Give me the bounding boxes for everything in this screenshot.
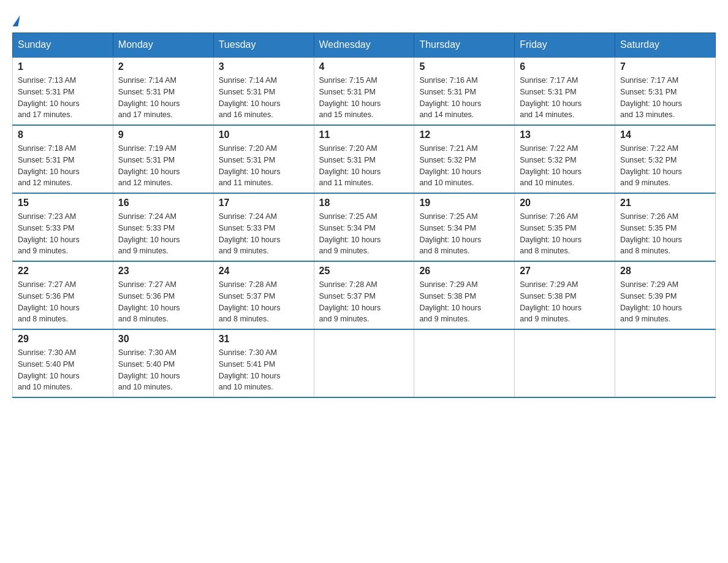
day-number: 27 [520, 266, 610, 277]
calendar-table: SundayMondayTuesdayWednesdayThursdayFrid… [12, 33, 716, 398]
calendar-week-row: 8Sunrise: 7:18 AMSunset: 5:31 PMDaylight… [13, 125, 716, 193]
day-info: Sunrise: 7:21 AMSunset: 5:32 PMDaylight:… [419, 143, 509, 189]
calendar-cell: 23Sunrise: 7:27 AMSunset: 5:36 PMDayligh… [113, 261, 213, 329]
day-number: 13 [520, 129, 610, 140]
day-number: 17 [219, 197, 309, 209]
calendar-header-saturday: Saturday [615, 33, 716, 58]
calendar-cell: 25Sunrise: 7:28 AMSunset: 5:37 PMDayligh… [314, 261, 414, 329]
calendar-header-friday: Friday [515, 33, 615, 58]
day-info: Sunrise: 7:30 AMSunset: 5:40 PMDaylight:… [118, 347, 208, 393]
calendar-cell [414, 329, 515, 397]
day-number: 28 [620, 266, 710, 277]
day-info: Sunrise: 7:14 AMSunset: 5:31 PMDaylight:… [219, 75, 309, 121]
day-info: Sunrise: 7:22 AMSunset: 5:32 PMDaylight:… [620, 143, 710, 189]
calendar-cell: 29Sunrise: 7:30 AMSunset: 5:40 PMDayligh… [13, 329, 113, 397]
day-info: Sunrise: 7:17 AMSunset: 5:31 PMDaylight:… [520, 75, 610, 121]
day-number: 2 [118, 61, 208, 72]
calendar-week-row: 29Sunrise: 7:30 AMSunset: 5:40 PMDayligh… [13, 329, 716, 397]
day-info: Sunrise: 7:15 AMSunset: 5:31 PMDaylight:… [319, 75, 409, 121]
calendar-cell: 6Sunrise: 7:17 AMSunset: 5:31 PMDaylight… [515, 57, 615, 125]
day-info: Sunrise: 7:25 AMSunset: 5:34 PMDaylight:… [319, 211, 409, 257]
day-info: Sunrise: 7:25 AMSunset: 5:34 PMDaylight:… [419, 211, 509, 257]
day-number: 24 [219, 266, 309, 277]
calendar-week-row: 15Sunrise: 7:23 AMSunset: 5:33 PMDayligh… [13, 193, 716, 261]
day-number: 20 [520, 197, 610, 209]
day-number: 16 [118, 197, 208, 209]
calendar-cell [515, 329, 615, 397]
calendar-header-wednesday: Wednesday [314, 33, 414, 58]
calendar-cell: 2Sunrise: 7:14 AMSunset: 5:31 PMDaylight… [113, 57, 213, 125]
calendar-cell: 22Sunrise: 7:27 AMSunset: 5:36 PMDayligh… [13, 261, 113, 329]
day-number: 7 [620, 61, 710, 72]
day-info: Sunrise: 7:29 AMSunset: 5:39 PMDaylight:… [620, 279, 710, 325]
day-info: Sunrise: 7:19 AMSunset: 5:31 PMDaylight:… [118, 143, 208, 189]
day-info: Sunrise: 7:26 AMSunset: 5:35 PMDaylight:… [520, 211, 610, 257]
calendar-header-row: SundayMondayTuesdayWednesdayThursdayFrid… [13, 33, 716, 58]
day-info: Sunrise: 7:20 AMSunset: 5:31 PMDaylight:… [319, 143, 409, 189]
calendar-header-thursday: Thursday [414, 33, 515, 58]
day-info: Sunrise: 7:20 AMSunset: 5:31 PMDaylight:… [219, 143, 309, 189]
page-header [12, 12, 716, 26]
calendar-cell: 12Sunrise: 7:21 AMSunset: 5:32 PMDayligh… [414, 125, 515, 193]
calendar-cell: 3Sunrise: 7:14 AMSunset: 5:31 PMDaylight… [213, 57, 314, 125]
day-info: Sunrise: 7:26 AMSunset: 5:35 PMDaylight:… [620, 211, 710, 257]
day-number: 21 [620, 197, 710, 209]
calendar-header-monday: Monday [113, 33, 213, 58]
calendar-cell: 27Sunrise: 7:29 AMSunset: 5:38 PMDayligh… [515, 261, 615, 329]
day-number: 10 [219, 129, 309, 140]
calendar-week-row: 22Sunrise: 7:27 AMSunset: 5:36 PMDayligh… [13, 261, 716, 329]
calendar-cell: 24Sunrise: 7:28 AMSunset: 5:37 PMDayligh… [213, 261, 314, 329]
calendar-cell [615, 329, 716, 397]
calendar-cell: 8Sunrise: 7:18 AMSunset: 5:31 PMDaylight… [13, 125, 113, 193]
calendar-cell: 7Sunrise: 7:17 AMSunset: 5:31 PMDaylight… [615, 57, 716, 125]
calendar-cell: 20Sunrise: 7:26 AMSunset: 5:35 PMDayligh… [515, 193, 615, 261]
day-number: 25 [319, 266, 409, 277]
day-info: Sunrise: 7:30 AMSunset: 5:40 PMDaylight:… [18, 347, 108, 393]
day-number: 11 [319, 129, 409, 140]
day-number: 5 [419, 61, 509, 72]
day-info: Sunrise: 7:16 AMSunset: 5:31 PMDaylight:… [419, 75, 509, 121]
day-info: Sunrise: 7:23 AMSunset: 5:33 PMDaylight:… [18, 211, 108, 257]
day-info: Sunrise: 7:29 AMSunset: 5:38 PMDaylight:… [419, 279, 509, 325]
day-info: Sunrise: 7:27 AMSunset: 5:36 PMDaylight:… [18, 279, 108, 325]
calendar-cell: 16Sunrise: 7:24 AMSunset: 5:33 PMDayligh… [113, 193, 213, 261]
day-info: Sunrise: 7:22 AMSunset: 5:32 PMDaylight:… [520, 143, 610, 189]
calendar-header-tuesday: Tuesday [213, 33, 314, 58]
day-number: 19 [419, 197, 509, 209]
day-number: 12 [419, 129, 509, 140]
day-info: Sunrise: 7:17 AMSunset: 5:31 PMDaylight:… [620, 75, 710, 121]
day-info: Sunrise: 7:18 AMSunset: 5:31 PMDaylight:… [18, 143, 108, 189]
calendar-cell: 9Sunrise: 7:19 AMSunset: 5:31 PMDaylight… [113, 125, 213, 193]
calendar-cell: 13Sunrise: 7:22 AMSunset: 5:32 PMDayligh… [515, 125, 615, 193]
day-number: 29 [18, 334, 108, 345]
calendar-cell: 21Sunrise: 7:26 AMSunset: 5:35 PMDayligh… [615, 193, 716, 261]
calendar-cell: 28Sunrise: 7:29 AMSunset: 5:39 PMDayligh… [615, 261, 716, 329]
calendar-header-sunday: Sunday [13, 33, 113, 58]
calendar-cell: 15Sunrise: 7:23 AMSunset: 5:33 PMDayligh… [13, 193, 113, 261]
day-number: 3 [219, 61, 309, 72]
calendar-cell: 26Sunrise: 7:29 AMSunset: 5:38 PMDayligh… [414, 261, 515, 329]
calendar-cell: 14Sunrise: 7:22 AMSunset: 5:32 PMDayligh… [615, 125, 716, 193]
day-number: 9 [118, 129, 208, 140]
day-number: 14 [620, 129, 710, 140]
day-number: 4 [319, 61, 409, 72]
day-number: 1 [18, 61, 108, 72]
calendar-cell: 17Sunrise: 7:24 AMSunset: 5:33 PMDayligh… [213, 193, 314, 261]
calendar-cell: 19Sunrise: 7:25 AMSunset: 5:34 PMDayligh… [414, 193, 515, 261]
day-number: 6 [520, 61, 610, 72]
calendar-cell: 10Sunrise: 7:20 AMSunset: 5:31 PMDayligh… [213, 125, 314, 193]
day-number: 26 [419, 266, 509, 277]
day-number: 23 [118, 266, 208, 277]
calendar-cell: 31Sunrise: 7:30 AMSunset: 5:41 PMDayligh… [213, 329, 314, 397]
day-info: Sunrise: 7:24 AMSunset: 5:33 PMDaylight:… [219, 211, 309, 257]
calendar-cell: 5Sunrise: 7:16 AMSunset: 5:31 PMDaylight… [414, 57, 515, 125]
day-number: 8 [18, 129, 108, 140]
day-info: Sunrise: 7:28 AMSunset: 5:37 PMDaylight:… [319, 279, 409, 325]
calendar-week-row: 1Sunrise: 7:13 AMSunset: 5:31 PMDaylight… [13, 57, 716, 125]
calendar-cell [314, 329, 414, 397]
calendar-cell: 18Sunrise: 7:25 AMSunset: 5:34 PMDayligh… [314, 193, 414, 261]
day-number: 22 [18, 266, 108, 277]
day-number: 15 [18, 197, 108, 209]
day-number: 18 [319, 197, 409, 209]
calendar-cell: 11Sunrise: 7:20 AMSunset: 5:31 PMDayligh… [314, 125, 414, 193]
